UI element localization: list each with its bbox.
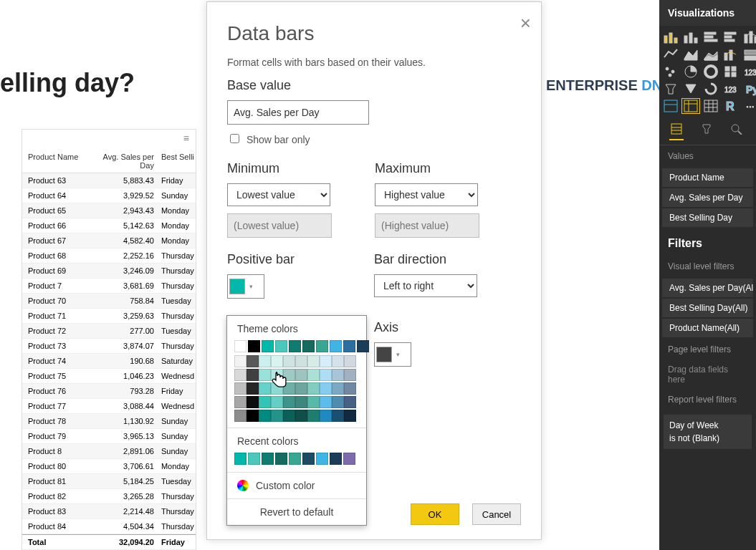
color-swatch[interactable]: [283, 396, 295, 408]
color-swatch[interactable]: [247, 355, 259, 367]
field-well-item[interactable]: Product Name: [662, 168, 753, 187]
color-swatch[interactable]: [275, 340, 287, 352]
viz-type-icon[interactable]: [722, 30, 740, 44]
color-swatch[interactable]: [302, 340, 315, 352]
color-swatch[interactable]: [234, 369, 247, 381]
color-swatch[interactable]: [320, 382, 332, 395]
color-swatch[interactable]: [307, 355, 320, 367]
color-swatch[interactable]: [259, 410, 271, 422]
viz-type-icon[interactable]: [682, 99, 699, 113]
color-swatch[interactable]: [357, 340, 369, 352]
viz-type-icon[interactable]: [662, 30, 679, 44]
table-row[interactable]: Product 74190.68Saturday: [22, 354, 196, 369]
color-swatch[interactable]: [307, 369, 320, 381]
table-row[interactable]: Product 72277.00Tuesday: [22, 324, 196, 339]
table-row[interactable]: Product 781,130.92Sunday: [22, 414, 196, 429]
color-swatch[interactable]: [247, 369, 259, 381]
viz-type-icon[interactable]: [742, 47, 756, 62]
table-row[interactable]: Product 652,943.43Monday: [22, 203, 196, 218]
table-row[interactable]: Product 844,504.34Thursday: [22, 519, 196, 534]
close-icon[interactable]: ×: [520, 12, 531, 34]
color-swatch[interactable]: [344, 410, 356, 422]
color-swatch[interactable]: [320, 396, 332, 408]
table-row[interactable]: Product 773,088.44Wednesd: [22, 399, 196, 414]
viz-type-icon[interactable]: R: [722, 99, 740, 113]
color-swatch[interactable]: [259, 355, 271, 367]
viz-type-icon[interactable]: ···: [742, 99, 756, 113]
viz-type-icon[interactable]: [662, 47, 679, 62]
color-swatch[interactable]: [247, 382, 259, 395]
color-swatch[interactable]: [234, 453, 247, 465]
table-visual[interactable]: ≡ Product Name Avg. Sales per Day Best S…: [21, 129, 196, 550]
table-row[interactable]: Product 793,965.13Sunday: [22, 429, 196, 444]
table-row[interactable]: Product 693,246.09Thursday: [22, 264, 196, 279]
color-swatch[interactable]: [234, 382, 247, 395]
viz-type-icon[interactable]: [742, 30, 756, 44]
color-swatch[interactable]: [283, 382, 295, 395]
bar-direction-select[interactable]: Left to right: [374, 274, 477, 297]
col-product-name[interactable]: Product Name: [22, 153, 93, 170]
viz-type-icon[interactable]: [702, 64, 719, 79]
table-row[interactable]: Product 815,184.25Tuesday: [22, 474, 196, 489]
viz-type-icon[interactable]: [682, 82, 699, 96]
minimum-select[interactable]: Lowest value: [227, 183, 330, 206]
color-swatch[interactable]: [271, 410, 283, 422]
color-swatch[interactable]: [262, 340, 274, 352]
table-row[interactable]: Product 832,214.48Thursday: [22, 504, 196, 519]
color-swatch[interactable]: [248, 340, 260, 352]
field-well-item[interactable]: Avg. Sales per Day: [662, 188, 753, 207]
color-swatch[interactable]: [316, 340, 328, 352]
custom-color-button[interactable]: Custom color: [227, 472, 366, 498]
color-swatch[interactable]: [289, 340, 301, 352]
field-well-item[interactable]: Best Selling Day: [662, 208, 753, 227]
analytics-tab-icon[interactable]: [729, 122, 744, 136]
color-swatch[interactable]: [295, 410, 307, 422]
viz-type-icon[interactable]: 123: [742, 64, 756, 79]
color-swatch[interactable]: [344, 396, 356, 408]
color-swatch[interactable]: [332, 396, 344, 408]
color-swatch[interactable]: [307, 382, 320, 395]
table-row[interactable]: Product 643,929.52Sunday: [22, 188, 196, 203]
color-swatch[interactable]: [234, 355, 247, 367]
revert-to-default-button[interactable]: Revert to default: [227, 498, 366, 525]
table-row[interactable]: Product 82,891.06Sunday: [22, 444, 196, 459]
color-swatch[interactable]: [295, 382, 307, 395]
page-filters-hint[interactable]: Drag data fields here: [659, 360, 756, 389]
table-row[interactable]: Product 713,259.63Thursday: [22, 309, 196, 324]
format-tab-icon[interactable]: [699, 122, 714, 136]
viz-type-icon[interactable]: [662, 99, 679, 113]
color-swatch[interactable]: [307, 396, 320, 408]
positive-bar-color-button[interactable]: ▾: [227, 274, 264, 299]
fields-tab-icon[interactable]: [669, 122, 684, 140]
viz-type-icon[interactable]: [682, 64, 699, 79]
color-swatch[interactable]: [320, 369, 332, 381]
color-swatch[interactable]: [262, 453, 274, 465]
color-swatch[interactable]: [275, 453, 287, 465]
color-swatch[interactable]: [259, 382, 271, 395]
cancel-button[interactable]: Cancel: [472, 503, 521, 525]
color-swatch[interactable]: [295, 355, 307, 367]
visual-filter-item[interactable]: Product Name(All): [662, 319, 753, 337]
viz-type-icon[interactable]: [662, 82, 679, 96]
base-value-input[interactable]: [227, 100, 369, 125]
color-swatch[interactable]: [320, 410, 332, 422]
color-swatch[interactable]: [283, 369, 295, 381]
color-swatch[interactable]: [271, 382, 283, 395]
color-swatch[interactable]: [271, 369, 283, 381]
viz-type-icon[interactable]: Py: [742, 82, 756, 96]
report-filter-card[interactable]: Day of Week is not (Blank): [664, 415, 752, 449]
color-swatch[interactable]: [247, 410, 259, 422]
color-swatch[interactable]: [271, 355, 283, 367]
table-row[interactable]: Product 674,582.40Monday: [22, 233, 196, 249]
maximum-select[interactable]: Highest value: [375, 183, 478, 206]
viz-type-icon[interactable]: [702, 99, 719, 113]
color-swatch[interactable]: [332, 410, 344, 422]
color-swatch[interactable]: [344, 369, 356, 381]
viz-type-icon[interactable]: [662, 64, 679, 79]
col-avg-sales[interactable]: Avg. Sales per Day: [93, 153, 161, 170]
color-swatch[interactable]: [330, 453, 342, 465]
color-swatch[interactable]: [316, 453, 328, 465]
color-swatch[interactable]: [295, 369, 307, 381]
table-row[interactable]: Product 803,706.61Monday: [22, 459, 196, 474]
color-swatch[interactable]: [344, 355, 356, 367]
